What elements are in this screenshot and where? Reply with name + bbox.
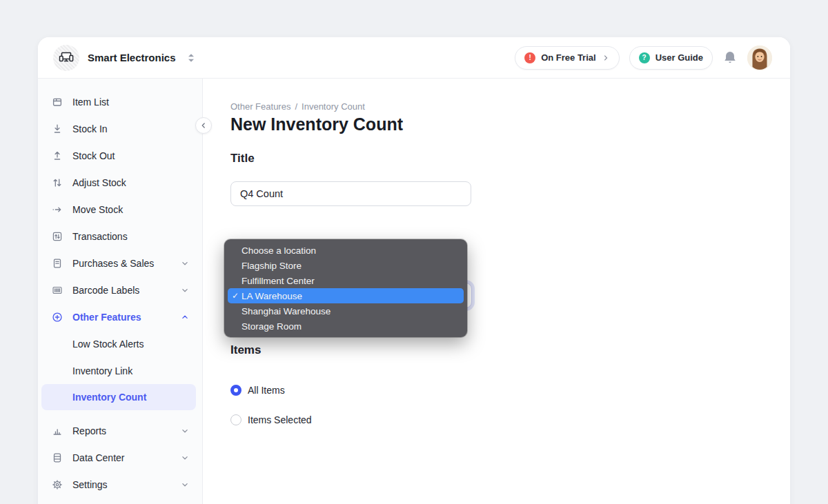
alert-badge-icon: ! bbox=[524, 52, 535, 63]
sidebar-item-label: Inventory Count bbox=[72, 392, 146, 403]
sidebar-item-item-list[interactable]: Item List bbox=[38, 88, 202, 115]
dropdown-option-label: Storage Room bbox=[241, 321, 302, 332]
sidebar-collapse-button[interactable] bbox=[195, 117, 212, 134]
radio-label: Items Selected bbox=[248, 414, 312, 425]
free-trial-button[interactable]: ! On Free Trial bbox=[515, 46, 619, 70]
chevron-down-icon bbox=[180, 480, 190, 490]
box-icon bbox=[50, 95, 64, 109]
sidebar-item-transactions[interactable]: Transactions bbox=[38, 223, 202, 250]
dropdown-option-label: Shanghai Warehouse bbox=[241, 306, 331, 316]
arrow-right-dotted-icon bbox=[50, 203, 64, 216]
sidebar-item-settings[interactable]: Settings bbox=[38, 471, 202, 498]
breadcrumb-page[interactable]: Inventory Count bbox=[302, 101, 365, 112]
page-title: New Inventory Count bbox=[230, 114, 403, 134]
sidebar-item-inventory-count[interactable]: Inventory Count bbox=[41, 384, 196, 410]
sidebar-item-label: Reports bbox=[72, 425, 106, 436]
sidebar-item-stock-in[interactable]: Stock In bbox=[38, 115, 202, 142]
sidebar-item-label: Barcode Labels bbox=[72, 285, 139, 296]
sidebar-item-low-stock-alerts[interactable]: Low Stock Alerts bbox=[38, 330, 202, 357]
sidebar-item-label: Purchases & Sales bbox=[72, 258, 154, 269]
sidebar-item-inventory-link[interactable]: Inventory Link bbox=[38, 357, 202, 384]
main-content: Other Features / Inventory Count New Inv… bbox=[204, 79, 790, 504]
breadcrumb-separator: / bbox=[295, 101, 297, 112]
free-trial-label: On Free Trial bbox=[541, 52, 595, 63]
sidebar-item-label: Move Stock bbox=[72, 204, 123, 215]
question-badge-icon: ? bbox=[639, 52, 650, 63]
sidebar-item-barcode-labels[interactable]: Barcode Labels bbox=[38, 276, 202, 303]
gear-icon bbox=[50, 478, 64, 492]
title-field-label: Title bbox=[230, 152, 255, 165]
chevron-down-icon bbox=[180, 426, 190, 436]
sidebar-item-move-stock[interactable]: Move Stock bbox=[38, 196, 202, 223]
plus-circle-icon bbox=[50, 310, 64, 324]
title-input[interactable] bbox=[230, 181, 471, 206]
download-icon bbox=[50, 122, 64, 136]
breadcrumb-section[interactable]: Other Features bbox=[230, 101, 290, 112]
radio-unselected-icon bbox=[230, 414, 241, 425]
sidebar-item-purchases-sales[interactable]: Purchases & Sales bbox=[38, 250, 202, 276]
sidebar-item-label: Data Center bbox=[72, 452, 124, 463]
bar-chart-icon bbox=[50, 424, 64, 438]
sidebar-nav: Item List Stock In Stock Out bbox=[38, 79, 203, 504]
checkmark-icon: ✓ bbox=[232, 291, 241, 301]
items-section: Items All Items Items Selected bbox=[230, 343, 312, 425]
sidebar-item-label: Transactions bbox=[72, 231, 128, 242]
chevron-left-icon bbox=[199, 121, 208, 130]
sidebar-item-adjust-stock[interactable]: Adjust Stock bbox=[38, 169, 202, 196]
sidebar-item-label: Stock Out bbox=[72, 150, 115, 161]
user-guide-button[interactable]: ? User Guide bbox=[629, 46, 713, 70]
chevron-up-icon bbox=[180, 312, 190, 322]
sidebar-item-label: Settings bbox=[72, 479, 108, 490]
user-avatar[interactable] bbox=[747, 46, 772, 70]
items-section-label: Items bbox=[230, 343, 312, 357]
dropdown-option[interactable]: Shanghai Warehouse bbox=[228, 303, 464, 319]
dropdown-option[interactable]: Flagship Store bbox=[228, 258, 464, 273]
breadcrumb: Other Features / Inventory Count bbox=[230, 101, 365, 112]
company-logo-icon bbox=[53, 45, 79, 71]
chevron-down-icon bbox=[180, 453, 190, 463]
sidebar-item-label: Adjust Stock bbox=[72, 177, 126, 188]
dropdown-option[interactable]: Storage Room bbox=[228, 319, 464, 334]
database-icon bbox=[50, 451, 64, 465]
top-header: Smart Electronics ! On Free Trial ? User… bbox=[38, 37, 790, 79]
radio-label: All Items bbox=[248, 385, 285, 396]
app-window: Smart Electronics ! On Free Trial ? User… bbox=[38, 37, 790, 504]
radio-items-selected[interactable]: Items Selected bbox=[230, 414, 312, 425]
dropdown-option[interactable]: Choose a location bbox=[228, 243, 464, 258]
dropdown-option-label: Choose a location bbox=[241, 245, 316, 256]
notifications-bell-icon[interactable] bbox=[722, 50, 738, 65]
dropdown-option-label: Flagship Store bbox=[241, 261, 302, 271]
sidebar-item-label: Other Features bbox=[72, 312, 141, 323]
sidebar-item-label: Low Stock Alerts bbox=[72, 339, 144, 350]
workspace-selector-icon bbox=[187, 53, 195, 63]
radio-selected-icon bbox=[230, 385, 241, 396]
sidebar-item-label: Stock In bbox=[72, 123, 108, 134]
workspace-switcher[interactable]: Smart Electronics bbox=[53, 45, 195, 71]
sidebar-item-other-features[interactable]: Other Features bbox=[38, 303, 202, 330]
chevron-down-icon bbox=[180, 285, 190, 295]
arrows-up-down-icon bbox=[50, 176, 64, 190]
user-guide-label: User Guide bbox=[656, 52, 703, 63]
app-name: Smart Electronics bbox=[88, 52, 176, 63]
location-dropdown-menu: Choose a location Flagship Store Fulfill… bbox=[224, 239, 467, 337]
dropdown-option[interactable]: Fulfillment Center bbox=[228, 273, 464, 288]
dropdown-option-label: LA Warehouse bbox=[241, 291, 302, 301]
dropdown-option-selected[interactable]: ✓ LA Warehouse bbox=[228, 288, 464, 303]
sidebar-item-stock-out[interactable]: Stock Out bbox=[38, 142, 202, 169]
dropdown-option-label: Fulfillment Center bbox=[241, 276, 315, 286]
sidebar-item-reports[interactable]: Reports bbox=[38, 417, 202, 444]
sidebar-item-label: Inventory Link bbox=[72, 365, 132, 376]
document-icon bbox=[50, 256, 64, 270]
sidebar-item-label: Item List bbox=[72, 97, 109, 108]
sidebar-item-data-center[interactable]: Data Center bbox=[38, 444, 202, 471]
upload-icon bbox=[50, 149, 64, 163]
radio-all-items[interactable]: All Items bbox=[230, 385, 312, 396]
chevron-right-icon bbox=[602, 54, 610, 62]
barcode-icon bbox=[50, 283, 64, 297]
chevron-down-icon bbox=[180, 259, 190, 268]
transactions-icon bbox=[50, 230, 64, 243]
